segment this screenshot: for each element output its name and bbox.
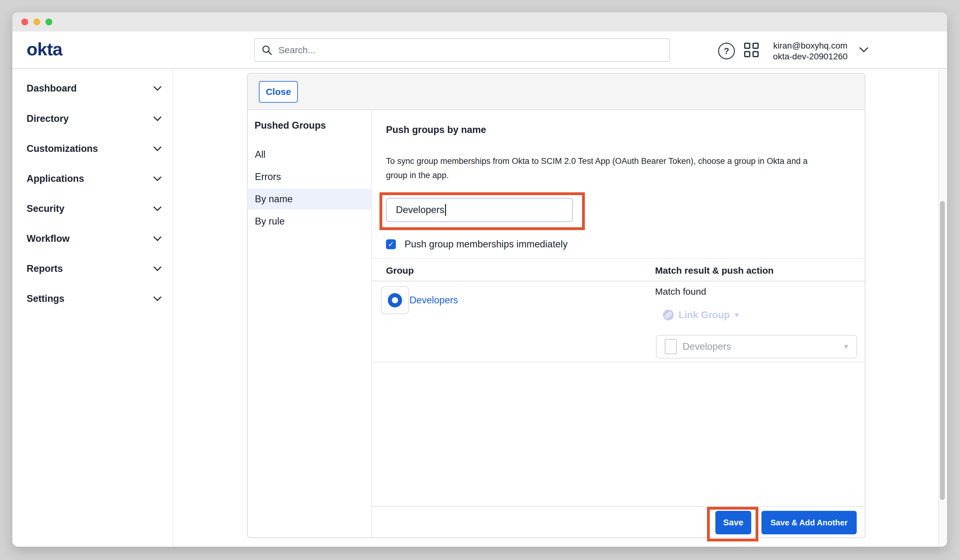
checkmark-icon: ✓ bbox=[388, 240, 394, 249]
push-immediately-label: Push group memberships immediately bbox=[405, 239, 568, 249]
chevron-down-icon bbox=[154, 176, 162, 181]
dialog-heading: Push groups by name bbox=[386, 124, 486, 136]
sidebar-item-settings[interactable]: Settings bbox=[19, 288, 162, 309]
link-icon bbox=[662, 309, 674, 321]
select-group-icon bbox=[665, 339, 677, 354]
chevron-down-icon bbox=[154, 236, 162, 242]
link-group-button[interactable]: Link Group ▼ bbox=[662, 309, 740, 321]
user-email: kiran@boxyhq.com bbox=[769, 40, 852, 51]
group-icon-tile bbox=[381, 286, 409, 314]
nav-item-by-rule[interactable]: By rule bbox=[247, 211, 371, 232]
select-caret-icon: ▼ bbox=[843, 342, 850, 350]
okta-logo: okta bbox=[27, 39, 62, 59]
link-group-caret-icon: ▼ bbox=[733, 311, 740, 319]
group-name-input[interactable]: Developers bbox=[386, 198, 573, 222]
chevron-down-icon bbox=[154, 296, 162, 301]
save-button[interactable]: Save bbox=[715, 511, 751, 534]
titlebar bbox=[12, 12, 947, 32]
group-name-value: Developers bbox=[396, 205, 445, 216]
push-immediately-checkbox[interactable]: ✓ bbox=[386, 239, 396, 249]
account-chevron-down-icon[interactable] bbox=[859, 47, 869, 53]
chevron-down-icon bbox=[154, 86, 162, 91]
sidebar-item-dashboard[interactable]: Dashboard bbox=[19, 78, 162, 99]
dialog-description-line2: group in the app. bbox=[386, 168, 856, 182]
section-divider bbox=[371, 258, 865, 259]
nav-item-all[interactable]: All bbox=[247, 144, 371, 165]
traffic-light-maximize-button[interactable] bbox=[45, 19, 52, 26]
apps-grid-button[interactable] bbox=[744, 43, 759, 58]
global-search[interactable] bbox=[254, 38, 670, 62]
target-group-select[interactable]: Developers ▼ bbox=[656, 335, 857, 358]
traffic-light-minimize-button[interactable] bbox=[34, 19, 40, 26]
pushed-groups-dialog bbox=[247, 73, 866, 538]
match-found-status: Match found bbox=[655, 286, 706, 297]
sidebar-item-security[interactable]: Security bbox=[19, 198, 162, 219]
nav-item-by-name[interactable]: By name bbox=[247, 189, 371, 210]
search-input[interactable] bbox=[278, 45, 662, 56]
org-name: okta-dev-20901260 bbox=[769, 51, 852, 62]
chevron-down-icon bbox=[154, 266, 162, 272]
dialog-nav-divider bbox=[371, 110, 372, 538]
nav-item-errors[interactable]: Errors bbox=[247, 166, 371, 187]
search-icon bbox=[262, 45, 272, 55]
help-button[interactable]: ? bbox=[718, 43, 735, 59]
sidebar-item-customizations[interactable]: Customizations bbox=[19, 138, 162, 159]
sidebar-item-directory[interactable]: Directory bbox=[19, 108, 162, 129]
footer-divider bbox=[372, 506, 865, 507]
grid-icon bbox=[744, 43, 750, 49]
select-value: Developers bbox=[683, 341, 731, 352]
scrollbar-thumb[interactable] bbox=[940, 201, 945, 500]
chevron-down-icon bbox=[154, 116, 162, 122]
dialog-description-line1: To sync group memberships from Okta to S… bbox=[386, 154, 856, 168]
question-icon: ? bbox=[718, 43, 735, 59]
sidebar-divider bbox=[173, 69, 173, 547]
table-header-group: Group bbox=[386, 265, 414, 276]
sidebar-item-applications[interactable]: Applications bbox=[19, 168, 162, 189]
sidebar-item-reports[interactable]: Reports bbox=[19, 258, 162, 279]
chevron-down-icon bbox=[154, 146, 162, 152]
dialog-toolbar bbox=[248, 74, 865, 110]
group-donut-icon bbox=[388, 293, 402, 307]
link-group-label: Link Group bbox=[678, 310, 730, 321]
table-row-divider bbox=[371, 362, 865, 362]
chevron-down-icon bbox=[154, 206, 162, 211]
traffic-light-close-button[interactable] bbox=[21, 19, 28, 26]
header-divider bbox=[12, 68, 947, 69]
save-add-another-button[interactable]: Save & Add Another bbox=[762, 511, 857, 534]
text-cursor bbox=[445, 204, 446, 216]
table-header-match: Match result & push action bbox=[655, 265, 773, 276]
sidebar-item-workflow[interactable]: Workflow bbox=[19, 228, 162, 249]
table-header-divider bbox=[371, 281, 865, 282]
group-link[interactable]: Developers bbox=[410, 295, 458, 306]
side-nav-title: Pushed Groups bbox=[254, 120, 326, 131]
close-button[interactable]: Close bbox=[259, 81, 298, 102]
screen: okta ? kiran@boxyhq.com okta-dev-2090126… bbox=[0, 0, 960, 560]
account-menu[interactable]: kiran@boxyhq.com okta-dev-20901260 bbox=[769, 40, 852, 62]
